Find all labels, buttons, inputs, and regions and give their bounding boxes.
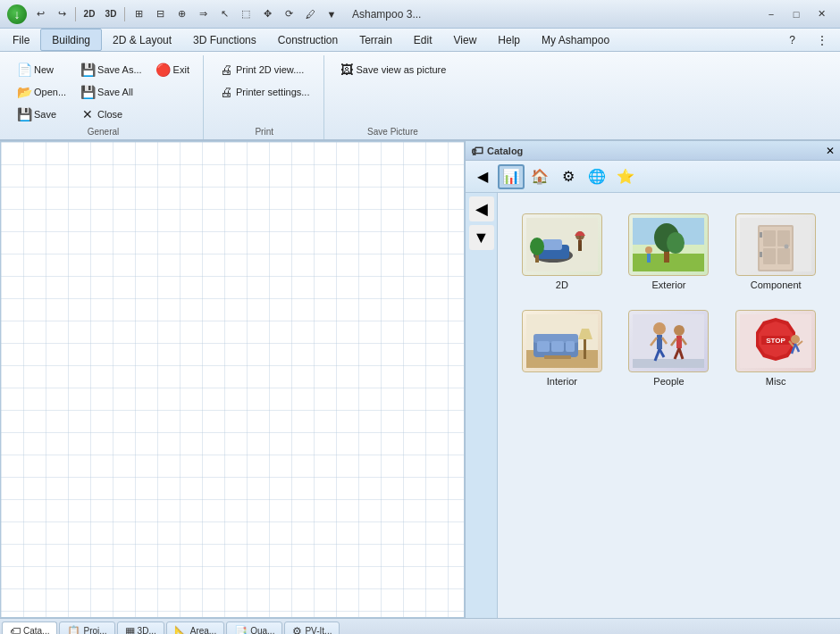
ribbon-print-col: 🖨 Print 2D view.... 🖨 Printer settings..… xyxy=(213,59,316,103)
catalog-nav-up-btn[interactable]: ◀ xyxy=(469,196,494,221)
maximize-btn[interactable]: □ xyxy=(785,4,808,24)
menu-file[interactable]: File xyxy=(2,29,40,51)
svg-rect-16 xyxy=(647,254,651,263)
ribbon-printer-settings-btn[interactable]: 🖨 Printer settings... xyxy=(213,81,316,103)
layout-btn[interactable]: ⊟ xyxy=(150,4,170,24)
tab-area-icon: 📐 xyxy=(174,625,188,635)
svg-rect-21 xyxy=(777,230,790,246)
catalog-title-bar: 🏷 Catalog ✕ xyxy=(466,141,840,161)
catalog-item-misc[interactable]: STOP Misc xyxy=(726,304,826,393)
tab-project[interactable]: 📋 Proj... xyxy=(59,621,114,635)
arrow-btn[interactable]: ⇒ xyxy=(193,4,213,24)
ribbon-col-3: 🔴 Exit xyxy=(150,59,196,80)
svg-rect-32 xyxy=(551,341,564,352)
ribbon-close-btn[interactable]: ✕ Close xyxy=(74,104,148,125)
catalog-item-component[interactable]: Component xyxy=(726,207,826,296)
tab-pv[interactable]: ⚙ PV-It... xyxy=(284,621,340,635)
svg-rect-34 xyxy=(584,339,586,359)
catalog-thumb-misc: STOP xyxy=(735,310,816,372)
catalog-thumb-component xyxy=(735,213,816,276)
paint-btn[interactable]: 🖊 xyxy=(300,4,320,24)
catalog-web-btn[interactable]: 🌐 xyxy=(584,164,610,189)
catalog-item-2d-label: 2D xyxy=(556,279,568,290)
title-bar-left: ↓ ↩ ↪ 2D 3D ⊞ ⊟ ⊕ ⇒ ↖ ⬚ ✥ ⟳ 🖊 ▼ Ashampoo… xyxy=(7,4,421,24)
menu-construction[interactable]: Construction xyxy=(267,29,349,51)
snap-btn[interactable]: ⊕ xyxy=(172,4,191,24)
svg-rect-46 xyxy=(676,336,682,348)
menu-terrain[interactable]: Terrain xyxy=(349,29,403,51)
catalog-title-text: Catalog xyxy=(487,146,523,156)
redo-btn[interactable]: ↪ xyxy=(52,4,71,24)
ribbon-exit-btn[interactable]: 🔴 Exit xyxy=(150,59,196,80)
catalog-thumb-interior xyxy=(522,310,602,372)
catalog-item-interior[interactable]: Interior xyxy=(512,304,612,393)
ribbon-save-as-btn[interactable]: 💾 Save As... xyxy=(74,59,148,80)
tab-project-icon: 📋 xyxy=(67,625,80,635)
close-ribbon-icon: ✕ xyxy=(80,107,95,121)
select-btn[interactable]: ⬚ xyxy=(236,4,256,24)
catalog-close-btn[interactable]: ✕ xyxy=(826,145,835,157)
catalog-item-2d[interactable]: 2D xyxy=(512,207,612,296)
menu-3d-functions[interactable]: 3D Functions xyxy=(182,29,267,51)
tab-pv-label: PV-It... xyxy=(305,626,332,634)
rotate-btn[interactable]: ⟳ xyxy=(279,4,298,24)
menu-help-icon[interactable]: ? xyxy=(778,29,806,51)
catalog-item-component-label: Component xyxy=(751,279,802,290)
exit-icon: 🔴 xyxy=(156,63,171,77)
catalog-thumb-people xyxy=(628,310,709,372)
catalog-nav-back-btn[interactable]: ◀ xyxy=(469,164,496,189)
svg-rect-25 xyxy=(760,232,762,238)
svg-point-45 xyxy=(674,325,685,336)
menu-expand[interactable]: ⋮ xyxy=(806,29,838,51)
ribbon-save-all-btn[interactable]: 💾 Save All xyxy=(74,81,148,103)
menu-edit[interactable]: Edit xyxy=(403,29,443,51)
tab-3d[interactable]: ▦ 3D... xyxy=(117,621,164,635)
ribbon-group-print: 🖨 Print 2D view.... 🖨 Printer settings..… xyxy=(206,55,324,139)
catalog-nav-down-btn[interactable]: ▼ xyxy=(469,225,494,250)
catalog-settings-btn[interactable]: ⚙ xyxy=(555,164,582,189)
catalog-item-people[interactable]: People xyxy=(619,304,719,393)
canvas-area[interactable] xyxy=(0,141,465,618)
ribbon-group-save-picture: 🖼 Save view as picture Save Picture xyxy=(326,55,460,139)
svg-rect-36 xyxy=(544,355,571,359)
3d-btn[interactable]: 3D xyxy=(101,4,121,24)
catalog-item-people-label: People xyxy=(653,376,684,387)
svg-text:STOP: STOP xyxy=(766,337,785,345)
ribbon-col-2: 💾 Save As... 💾 Save All ✕ Close xyxy=(74,59,148,125)
catalog-thumb-exterior xyxy=(628,213,709,276)
svg-rect-40 xyxy=(657,335,662,349)
separator-1 xyxy=(75,7,76,21)
ribbon-open-btn[interactable]: 📂 Open... xyxy=(11,81,72,103)
ribbon-new-btn[interactable]: 📄 New xyxy=(11,59,72,80)
menu-my-ashampoo[interactable]: My Ashampoo xyxy=(531,29,620,51)
tab-catalog[interactable]: 🏷 Cata... xyxy=(2,621,57,635)
ribbon-save-btn[interactable]: 💾 Save xyxy=(11,104,72,125)
catalog-item-interior-label: Interior xyxy=(547,376,577,387)
cursor-btn[interactable]: ↖ xyxy=(214,4,234,24)
catalog-home-btn[interactable]: 🏠 xyxy=(526,164,553,189)
catalog-item-exterior[interactable]: Exterior xyxy=(619,207,719,296)
svg-rect-31 xyxy=(537,341,550,352)
move-btn[interactable]: ✥ xyxy=(257,4,277,24)
more-btn[interactable]: ▼ xyxy=(322,4,341,24)
window-controls: − □ ✕ xyxy=(760,4,833,24)
menu-view[interactable]: View xyxy=(443,29,488,51)
undo-btn[interactable]: ↩ xyxy=(30,4,50,24)
catalog-item-misc-label: Misc xyxy=(766,376,786,387)
menu-2d-layout[interactable]: 2D & Layout xyxy=(102,29,182,51)
save-view-icon: 🖼 xyxy=(340,63,354,77)
close-btn[interactable]: ✕ xyxy=(810,4,833,24)
menu-help[interactable]: Help xyxy=(487,29,531,51)
tab-quantity[interactable]: 📑 Qua... xyxy=(226,621,282,635)
catalog-star-btn[interactable]: ⭐ xyxy=(612,164,639,189)
2d-btn[interactable]: 2D xyxy=(80,4,99,24)
tab-area[interactable]: 📐 Area... xyxy=(166,621,224,635)
minimize-btn[interactable]: − xyxy=(760,4,783,24)
catalog-thumb-2d xyxy=(522,213,602,276)
menu-building[interactable]: Building xyxy=(40,29,102,51)
ribbon-save-view-btn[interactable]: 🖼 Save view as picture xyxy=(333,59,453,80)
ribbon-print-2d-btn[interactable]: 🖨 Print 2D view.... xyxy=(213,59,316,80)
catalog-chart-btn[interactable]: 📊 xyxy=(498,164,525,189)
title-bar: ↓ ↩ ↪ 2D 3D ⊞ ⊟ ⊕ ⇒ ↖ ⬚ ✥ ⟳ 🖊 ▼ Ashampoo… xyxy=(0,0,840,29)
grid-btn[interactable]: ⊞ xyxy=(129,4,148,24)
